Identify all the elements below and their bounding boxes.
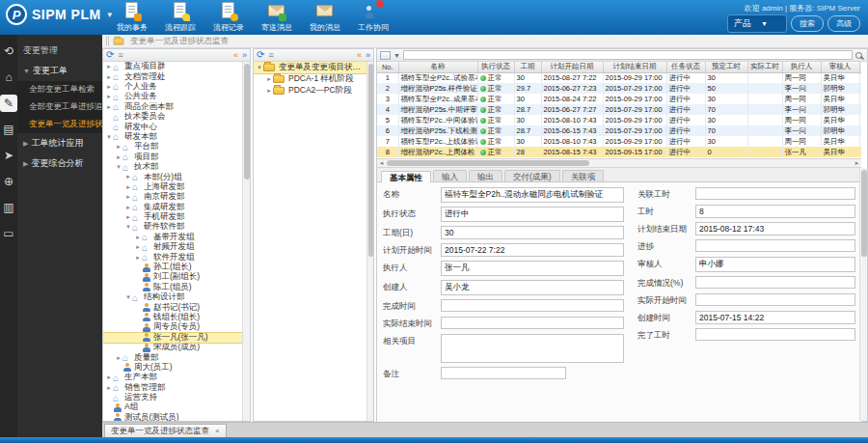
field-value[interactable] — [695, 328, 855, 341]
scroll-right-icon[interactable]: ▸ — [853, 159, 861, 167]
tree-collapse-icon[interactable]: ▾ — [124, 293, 132, 301]
org-tree-item[interactable]: 宋成员(成员) — [103, 343, 242, 352]
detail-scrollbar[interactable] — [859, 168, 867, 421]
field-value[interactable]: 8 — [695, 205, 855, 218]
org-tree-scrollbar[interactable] — [242, 62, 250, 421]
tree-expand-icon[interactable]: ▸ — [105, 103, 113, 111]
expand-all-icon[interactable]: » — [366, 50, 370, 60]
field-value[interactable]: 2015-07-15 14:22 — [695, 311, 855, 324]
field-value[interactable] — [441, 367, 566, 379]
field-value[interactable] — [695, 293, 855, 306]
field-value[interactable] — [441, 317, 624, 329]
tree-collapse-icon[interactable]: ▾ — [124, 223, 132, 231]
tab-3[interactable]: 输出 — [469, 170, 502, 181]
field-value[interactable]: 福特车型全P2h..混动永磁同步电机试制验证 — [441, 187, 624, 203]
field-value[interactable]: 吴小龙 — [441, 280, 624, 295]
tree-expand-icon[interactable]: ▸ — [124, 173, 132, 180]
table-row[interactable]: 3福特车型全P2c..成果基本方案正常302015-08-24 7:222015… — [377, 94, 861, 104]
home-icon[interactable]: ⌂ — [0, 69, 17, 86]
tree-expand-icon[interactable]: ▸ — [134, 234, 142, 241]
toolbar-button-1[interactable]: 我的事务 — [112, 2, 152, 33]
tree-expand-icon[interactable]: ▸ — [265, 87, 273, 95]
table-row[interactable]: 2增程混动P25s.样件验证正常29.72015-06-27 7:232015-… — [377, 83, 861, 94]
globe-icon[interactable]: ⊕ — [0, 173, 17, 190]
tree-expand-icon[interactable]: ▸ — [105, 83, 113, 91]
document-tab[interactable]: 变更单一览及进捗状态监查 × — [104, 424, 227, 437]
tree-expand-icon[interactable]: ▸ — [105, 63, 113, 70]
tree-expand-icon[interactable]: ▸ — [134, 243, 142, 251]
field-value[interactable]: 申小娜 — [695, 257, 855, 272]
category-tree-item[interactable]: ▸PDCA-1 样机阶段 — [254, 73, 366, 85]
column-header-3[interactable]: 执行状态 — [477, 62, 514, 72]
org-tree-item[interactable]: 周大(员工) — [103, 363, 242, 373]
table-search-input[interactable] — [403, 50, 853, 60]
tree-expand-icon[interactable]: ▸ — [124, 193, 132, 201]
tree-expand-icon[interactable]: ▸ — [105, 384, 113, 392]
tab-1[interactable]: 基本属性 — [381, 171, 431, 182]
send-icon[interactable]: ➤ — [0, 147, 17, 164]
table-row[interactable]: 7福特车型P2c..上线体验证正常302015-08-10 7:432015-0… — [377, 136, 861, 147]
category-tree-item[interactable]: ▾变更单及变更项目状态监查 一览 — [254, 62, 366, 73]
collapse-all-icon[interactable]: « — [233, 50, 238, 60]
tree-expand-icon[interactable]: ▸ — [265, 75, 273, 83]
toolbar-button-2[interactable]: 流程跟踪 — [160, 2, 201, 33]
column-header-7[interactable]: 任务状态 — [666, 62, 705, 72]
collapse-all-icon[interactable]: « — [357, 50, 362, 60]
org-tree-item[interactable]: ▾研发本部 — [103, 132, 242, 142]
tree-expand-icon[interactable]: ▸ — [105, 73, 113, 81]
tree-expand-icon[interactable]: ▸ — [115, 153, 122, 161]
toolbar-button-4[interactable]: 寄送消息 — [257, 2, 297, 33]
category-tree-item[interactable]: ▸PDCA2—PC阶段 — [254, 85, 366, 97]
tree-expand-icon[interactable]: ▸ — [124, 204, 132, 211]
toolbar-button-5[interactable]: 我的消息 — [305, 2, 345, 33]
toolbar-button-3[interactable]: 流程记录 — [208, 2, 249, 33]
tab-5[interactable]: 关联项 — [562, 170, 605, 181]
org-tree-item[interactable]: ▸平台部 — [103, 142, 242, 152]
view-mode-icon[interactable] — [380, 51, 391, 60]
tree-expand-icon[interactable]: ▸ — [115, 143, 122, 151]
tab-2[interactable]: 输入 — [433, 170, 467, 181]
field-value[interactable] — [695, 276, 855, 289]
tab-4[interactable]: 交付(成果) — [504, 170, 560, 181]
column-header-9[interactable]: 实际工时 — [747, 62, 782, 72]
column-header-12[interactable]: 创建人 — [859, 62, 861, 72]
scope-select[interactable]: 产品 ▼ — [727, 14, 787, 33]
table-horizontal-scrollbar[interactable]: ◂ ▸ — [377, 159, 861, 168]
column-header-2[interactable]: 名称 — [398, 62, 477, 72]
book-icon[interactable]: ▥ — [0, 199, 17, 216]
org-tree-item[interactable]: ▸项目部 — [103, 152, 242, 162]
org-tree-item[interactable]: ▸质量部 — [103, 352, 242, 362]
idcard-icon[interactable]: ▭ — [0, 225, 17, 242]
tree-collapse-icon[interactable]: ▾ — [115, 163, 122, 171]
settings-icon[interactable]: ≡ — [268, 50, 273, 60]
chevron-down-icon[interactable]: ▼ — [393, 52, 400, 59]
column-header-4[interactable]: 工期 — [514, 62, 541, 72]
close-icon[interactable]: × — [215, 427, 220, 435]
refresh-icon[interactable]: ⟳ — [257, 50, 264, 60]
field-value[interactable]: 2015-07-22 7:22 — [441, 243, 624, 257]
column-header-10[interactable]: 执行人 — [782, 62, 821, 72]
org-tree-item[interactable]: 测试员(测试员) — [103, 413, 242, 421]
field-value[interactable]: 2015-08-12 17:43 — [695, 222, 855, 235]
field-value[interactable]: 张一凡 — [441, 261, 624, 276]
filter-icon[interactable]: ≡ — [118, 50, 122, 60]
field-value[interactable] — [695, 187, 855, 200]
field-value[interactable] — [695, 239, 855, 252]
field-value[interactable] — [441, 334, 624, 363]
table-row[interactable]: 5福特车型P2c..中间体验证正常302015-08-10 7:432015-0… — [377, 115, 861, 125]
tree-expand-icon[interactable]: ▸ — [124, 213, 132, 221]
database-icon[interactable]: ▤ — [0, 121, 17, 138]
tree-collapse-icon[interactable]: ▾ — [105, 133, 113, 141]
edit-icon[interactable]: ✎ — [0, 95, 17, 112]
expand-all-icon[interactable]: » — [242, 50, 247, 60]
category-tree-scrollbar[interactable] — [366, 62, 373, 421]
app-logo[interactable]: P SIPM PLM ▼ — [6, 4, 114, 25]
table-row[interactable]: 8增程混动P2c..上周体检正常282015-08-15 7:432015-09… — [377, 147, 861, 157]
column-header-8[interactable]: 预定工时 — [705, 62, 747, 72]
tree-collapse-icon[interactable]: ▾ — [256, 64, 263, 71]
field-value[interactable] — [441, 299, 624, 312]
column-header-5[interactable]: 计划开始日期 — [541, 62, 603, 72]
tree-expand-icon[interactable]: ▸ — [134, 254, 142, 262]
tree-expand-icon[interactable]: ▸ — [105, 93, 113, 100]
search-button[interactable]: 搜索 — [791, 15, 824, 32]
